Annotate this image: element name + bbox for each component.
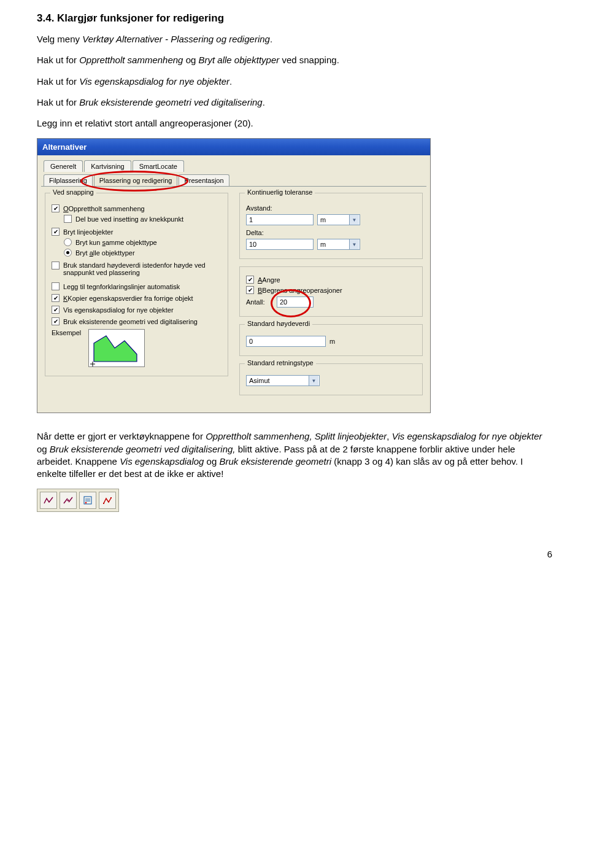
- label-delta: Delta:: [246, 229, 416, 236]
- term: Bruk eksisterende geometri ved digitalis…: [79, 97, 262, 107]
- paragraph-outro: Når dette er gjort er verktøyknappene fo…: [37, 430, 552, 480]
- tab-smartlocate[interactable]: SmartLocate: [133, 160, 184, 172]
- tool-vis-egenskap-icon[interactable]: [79, 492, 96, 509]
- menu-path: Verktøy Alternativer - Plassering og red…: [82, 34, 270, 44]
- label: Legg til tegnforklaringslinjer automatis…: [63, 283, 221, 290]
- group-toleranse: Kontinuerlig toleranse Avstand: 1 m ▼ De…: [239, 193, 423, 259]
- value: m: [320, 241, 326, 248]
- term: Vis egenskapsdialog: [120, 456, 204, 467]
- label: Bryt kun: [75, 239, 102, 246]
- label: Delta:: [246, 229, 416, 236]
- term: Bruk eksisterende geometri ved digitalis…: [50, 444, 236, 454]
- text: og: [204, 456, 219, 467]
- checkbox-icon: ✔: [52, 228, 60, 236]
- checkbox-icon: [64, 215, 72, 223]
- tabs-row-sub: Filplassering Plassering og redigering P…: [44, 174, 430, 186]
- subtab-plassering-redigering[interactable]: Plassering og redigering: [94, 174, 178, 186]
- paragraph-5: Legg inn et relativt stort antall angreo…: [37, 117, 552, 130]
- chevron-down-icon: ▼: [349, 215, 359, 225]
- cb-standard-hoyde[interactable]: Bruk standard høydeverdi istedenfor høyd…: [52, 262, 221, 276]
- cb-oppretthold[interactable]: ✔ OOpprettholt sammenheng: [52, 204, 221, 212]
- cb-bruk-eksisterende[interactable]: ✔ Bruk eksisterende geometri ved digital…: [52, 317, 221, 325]
- cb-begrens[interactable]: ✔ BBegrens angreoperasjoner: [246, 286, 416, 294]
- cb-vis-egenskapsdialog[interactable]: ✔ Vis egenskapsdialog for nye objekter: [52, 306, 221, 314]
- label: Kopier egenskapsverdier fra forrige obje…: [67, 295, 193, 302]
- group-legend: Kontinuerlig toleranse: [245, 188, 315, 196]
- text: Velg meny: [37, 34, 82, 44]
- tabs-row-main: Generelt Kartvisning SmartLocate: [44, 160, 430, 172]
- cb-tegnforklaring[interactable]: Legg til tegnforklaringslinjer automatis…: [52, 282, 221, 290]
- tab-mapview[interactable]: Kartvisning: [84, 160, 131, 172]
- chevron-down-icon: ▼: [349, 239, 359, 249]
- group-retningstype: Standard retningstype Asimut ▼: [239, 363, 423, 395]
- label-avstand: Avstand:: [246, 204, 416, 212]
- svg-marker-0: [94, 336, 137, 362]
- term: Bruk eksisterende geometri: [219, 456, 331, 467]
- svg-rect-9: [110, 497, 112, 498]
- tool-splitt-icon[interactable]: [60, 492, 77, 509]
- checkbox-icon: ✔: [52, 306, 60, 314]
- section-heading: 3.4. Klargjør funksjoner for redigering: [37, 12, 552, 25]
- label: Bryt: [75, 249, 90, 257]
- page-number: 6: [0, 537, 589, 559]
- text: Når dette er gjort er verktøyknappene fo…: [37, 431, 206, 441]
- input-antall[interactable]: 20: [277, 296, 314, 308]
- input-hoyde[interactable]: 0: [246, 336, 326, 347]
- paragraph-3: Hak ut for Vis egenskapsdialog for nye o…: [37, 76, 552, 88]
- label: Avstand:: [246, 204, 416, 212]
- tool-bruk-geometri-icon[interactable]: [99, 492, 116, 509]
- chevron-down-icon: ▼: [309, 376, 318, 386]
- label: Bruk eksisterende geometri ved digitalis…: [63, 318, 221, 325]
- text: og: [183, 55, 198, 65]
- cb-angre[interactable]: ✔ AAngre: [246, 276, 416, 284]
- text: .: [229, 76, 232, 87]
- label: Opprettholt sammenheng: [69, 205, 145, 212]
- svg-point-3: [67, 500, 69, 502]
- cb-bryt-linje[interactable]: ✔ Bryt linjeobjekter: [52, 228, 221, 236]
- text: Hak ut for: [37, 76, 79, 87]
- radio-icon: [64, 238, 72, 246]
- term: Vis egenskapsdialog for nye objekter: [79, 76, 229, 87]
- subtab-filplassering[interactable]: Filplassering: [44, 174, 93, 186]
- right-column: Kontinuerlig toleranse Avstand: 1 m ▼ De…: [239, 193, 423, 403]
- tab-general[interactable]: Generelt: [44, 160, 83, 172]
- cb-kopier-egenskaper[interactable]: ✔ KKopier egenskapsverdier fra forrige o…: [52, 294, 221, 302]
- dialog-body: Ved snapping ✔ OOpprettholt sammenheng D…: [41, 186, 426, 408]
- label: Bruk standard høydeverdi istedenfor høyd…: [63, 262, 221, 276]
- svg-point-7: [85, 502, 87, 504]
- left-column: Ved snapping ✔ OOpprettholt sammenheng D…: [45, 193, 228, 403]
- example-label: Eksempel: [52, 329, 81, 336]
- example-graphic: [88, 329, 145, 367]
- paragraph-1: Velg meny Verktøy Alternativer - Plasser…: [37, 33, 552, 45]
- rb-bryt-samme[interactable]: Bryt kun samme objekttype: [64, 238, 221, 246]
- example-row: Eksempel: [52, 329, 221, 367]
- checkbox-icon: [52, 282, 60, 290]
- cb-del-bue[interactable]: Del bue ved insetting av knekkpunkt: [64, 215, 221, 223]
- dropdown-delta-unit[interactable]: m ▼: [317, 239, 360, 250]
- term: Bryt alle objekttyper: [199, 55, 280, 65]
- dropdown-retning[interactable]: Asimut ▼: [246, 375, 320, 386]
- rb-bryt-alle[interactable]: Bryt alle objekttyper: [64, 249, 221, 257]
- text: ,: [387, 431, 391, 441]
- group-ved-snapping: Ved snapping ✔ OOpprettholt sammenheng D…: [45, 193, 228, 376]
- label: Begrens angreoperasjoner: [262, 287, 342, 294]
- dropdown-avstand-unit[interactable]: m ▼: [317, 214, 360, 225]
- term: Opprettholt sammenheng: [79, 55, 183, 65]
- text: ved snapping.: [279, 55, 339, 65]
- paragraph-4: Hak ut for Bruk eksisterende geometri ve…: [37, 96, 552, 109]
- checkbox-icon: ✔: [52, 317, 60, 325]
- input-delta[interactable]: 10: [246, 239, 314, 250]
- label: lle objekttyper: [93, 249, 135, 257]
- subtab-presentasjon[interactable]: Presentasjon: [179, 174, 229, 186]
- label: Bryt linjeobjekter: [63, 228, 221, 236]
- group-angre: ✔ AAngre ✔ BBegrens angreoperasjoner Ant…: [239, 266, 423, 317]
- text: .: [263, 97, 265, 107]
- value: m: [320, 216, 326, 223]
- paragraph-2: Hak ut for Opprettholt sammenheng og Bry…: [37, 54, 552, 66]
- term: Vis egenskapsdialog for nye objekter: [392, 431, 542, 441]
- checkbox-icon: ✔: [246, 286, 254, 294]
- checkbox-icon: [52, 262, 60, 269]
- text: Hak ut for: [37, 55, 79, 65]
- input-avstand[interactable]: 1: [246, 214, 314, 225]
- tool-oppretthold-icon[interactable]: [40, 492, 57, 509]
